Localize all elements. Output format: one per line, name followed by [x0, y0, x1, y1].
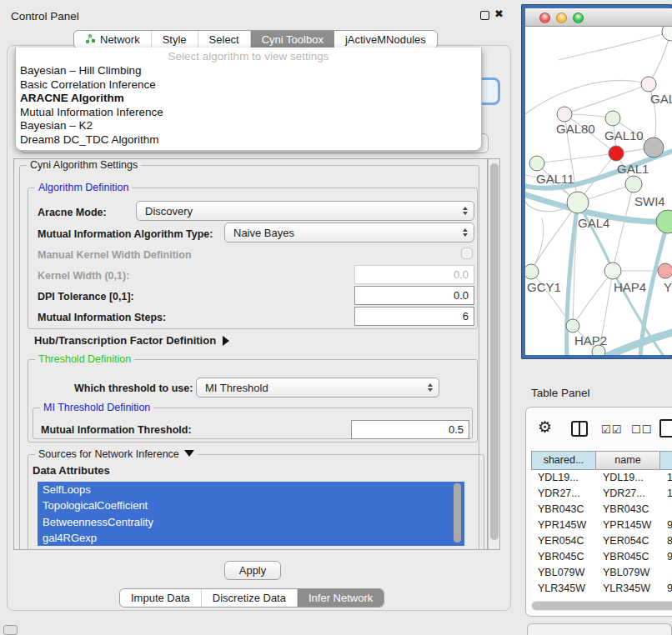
network-node-gcy1[interactable] — [525, 264, 539, 279]
column-header[interactable] — [660, 451, 672, 470]
network-node-gal1[interactable] — [609, 146, 624, 161]
bottom-left-mini-button[interactable] — [3, 625, 18, 635]
table-row[interactable]: YLR345WYLR345W9. — [531, 581, 672, 597]
network-node-label: GCY1 — [527, 280, 561, 294]
close-icon[interactable]: ✖ — [494, 8, 504, 20]
table-toolbar: ⚙ ☑☑ ☐☐ — [526, 414, 672, 444]
algorithm-option[interactable]: ARACNE Algorithm — [16, 92, 481, 106]
tab-impute-data[interactable]: Impute Data — [120, 589, 202, 607]
sources-group-title[interactable]: Sources for Network Inference — [35, 448, 198, 460]
float-window-icon[interactable] — [480, 11, 489, 20]
network-edge[interactable] — [564, 84, 649, 114]
aracne-mode-combobox[interactable]: Discovery — [136, 201, 474, 221]
network-edge[interactable] — [525, 80, 649, 114]
kernel-width-field[interactable]: 0.0 — [354, 265, 474, 284]
close-traffic-light-icon[interactable] — [539, 12, 550, 23]
algorithm-option[interactable]: Bayesian – Hill Climbing — [16, 64, 481, 78]
network-canvas[interactable]: GALGAL80GAL10GAL1GAL11SWI4GAL4GCY1HAP4YH… — [525, 27, 672, 355]
network-edge[interactable] — [537, 153, 616, 163]
column-header[interactable]: shared... — [531, 451, 596, 470]
tab-select[interactable]: Select — [198, 31, 251, 48]
apply-button[interactable]: Apply — [224, 561, 281, 580]
network-edge[interactable] — [559, 32, 671, 60]
data-attributes-list[interactable]: SelfLoopsTopologicalCoefficientBetweenne… — [38, 482, 464, 546]
tab-style[interactable]: Style — [152, 31, 198, 48]
network-node-gal11[interactable] — [529, 156, 544, 171]
network-node-hap4[interactable] — [604, 262, 621, 279]
network-node[interactable] — [656, 210, 672, 233]
table-row[interactable]: YBR045CYBR045C9. — [531, 549, 672, 565]
algorithm-option[interactable]: Dream8 DC_TDC Algorithm — [16, 133, 481, 148]
mi-threshold-field[interactable]: 0.5 — [351, 420, 469, 439]
data-attribute-item[interactable]: gal4RGexp — [38, 530, 464, 546]
table-cell: YPR145W — [531, 518, 596, 533]
checked-pair-icon[interactable]: ☑☑ — [601, 423, 622, 436]
algorithm-option[interactable]: Mutual Information Inference — [16, 106, 481, 120]
table-row[interactable]: YBR043CYBR043C — [531, 502, 672, 518]
network-window-titlebar[interactable] — [525, 8, 672, 27]
network-edge[interactable] — [531, 218, 544, 272]
tab-network[interactable]: Network — [74, 31, 152, 48]
tab-infer-network[interactable]: Infer Network — [298, 589, 384, 607]
network-node-gal4[interactable] — [567, 192, 589, 213]
gear-icon[interactable]: ⚙ — [538, 418, 552, 437]
list-scrollbar-thumb[interactable] — [454, 483, 461, 542]
network-node-label: GAL1 — [617, 162, 649, 176]
document-icon[interactable] — [659, 419, 672, 438]
unchecked-pair-icon[interactable]: ☐☐ — [631, 423, 652, 436]
network-node[interactable] — [592, 345, 605, 355]
algorithm-option[interactable]: Basic Correlation Inference — [16, 78, 481, 92]
which-threshold-label: Which threshold to use: — [74, 382, 193, 394]
network-node-gal[interactable] — [641, 77, 656, 92]
network-node[interactable] — [662, 27, 672, 41]
dpi-tolerance-label: DPI Tolerance [0,1]: — [38, 291, 134, 302]
mi-type-combobox[interactable]: Naive Bayes — [224, 222, 474, 242]
network-node-label: GAL11 — [536, 172, 574, 186]
network-node-gal10[interactable] — [605, 111, 620, 126]
data-attribute-item[interactable]: BetweennessCentrality — [38, 514, 464, 530]
tab-jactivemnodules[interactable]: jActiveMNodules — [334, 31, 437, 48]
manual-kernel-checkbox[interactable] — [461, 248, 473, 259]
network-node-swi4[interactable] — [625, 176, 642, 192]
control-panel-tabbar: NetworkStyleSelectCyni ToolboxjActiveMNo… — [73, 30, 438, 49]
table-row[interactable]: YBL079WYBL079W — [531, 565, 672, 581]
data-attribute-item[interactable]: SelfLoops — [38, 482, 464, 498]
minimize-traffic-light-icon[interactable] — [556, 12, 567, 23]
tab-cyni-toolbox[interactable]: Cyni Toolbox — [251, 31, 334, 48]
hub-definition-toggle[interactable]: Hub/Transcription Factor Definition — [34, 334, 229, 347]
dpi-tolerance-field[interactable]: 0.0 — [354, 286, 474, 305]
table-cell: 9. — [660, 581, 672, 597]
settings-scrollbar-thumb[interactable] — [490, 163, 499, 540]
network-edge[interactable] — [573, 271, 613, 326]
algorithm-dropdown-placeholder: Select algorithm to view settings — [16, 48, 481, 64]
table-cell: 9 — [660, 597, 672, 600]
aracne-mode-label: Aracne Mode: — [38, 207, 107, 218]
panel-title: Control Panel — [11, 10, 79, 22]
settings-scrollbar[interactable] — [488, 158, 500, 550]
table-row[interactable]: YPR145WYPR145W9. — [531, 518, 672, 533]
tab-label: Style — [163, 33, 187, 46]
network-node-y[interactable] — [658, 263, 672, 278]
network-node-gal80[interactable] — [557, 107, 572, 122]
algorithm-option[interactable]: Bayesian – K2 — [16, 119, 481, 133]
table-row[interactable]: YIL052CYIL052C9 — [531, 597, 672, 600]
table-row[interactable]: YER054CYER054C8. — [531, 533, 672, 549]
column-header[interactable]: name — [596, 451, 660, 470]
data-attribute-item[interactable]: TopologicalCoefficient — [38, 498, 464, 513]
mi-steps-field[interactable]: 6 — [354, 307, 474, 326]
network-node-label: Y — [664, 280, 672, 294]
network-edge[interactable] — [613, 184, 634, 271]
columns-icon[interactable] — [571, 421, 588, 437]
table-body: YDL19...YDL19...13...YDR27...YDR27...12.… — [531, 470, 672, 600]
which-threshold-combobox[interactable]: MI Threshold — [196, 378, 439, 398]
expand-right-icon — [223, 336, 229, 346]
table-hscrollbar[interactable] — [531, 601, 672, 611]
table-row[interactable]: YDR27...YDR27...12... — [531, 486, 672, 502]
table-row[interactable]: YDL19...YDL19...13... — [531, 470, 672, 486]
network-node-hap2[interactable] — [566, 319, 579, 332]
network-node[interactable] — [644, 138, 664, 158]
table-hscrollbar-thumb[interactable] — [532, 602, 672, 610]
tab-discretize-data[interactable]: Discretize Data — [202, 589, 298, 607]
table-cell: YIL052C — [531, 597, 596, 600]
zoom-traffic-light-icon[interactable] — [573, 12, 584, 23]
